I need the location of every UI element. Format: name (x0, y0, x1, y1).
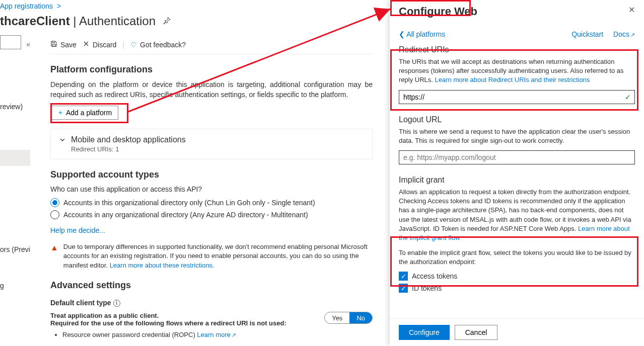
save-icon (50, 40, 57, 49)
warning-text: Due to temporary differences in supporte… (63, 243, 368, 269)
redirect-learn-more-link[interactable]: Learn more about Redirect URIs and their… (435, 76, 590, 83)
add-platform-button[interactable]: ＋ Add a platform (50, 106, 118, 120)
panel-title: Configure Web (399, 5, 477, 18)
discard-button[interactable]: Discard (83, 40, 116, 49)
left-search-input[interactable] (0, 35, 21, 49)
logout-url-desc: This is where we send a request to have … (399, 127, 635, 145)
treat-public-client-label: Treat application as a public client. (50, 312, 287, 319)
radio-icon (50, 210, 59, 219)
toggle-no: No (349, 312, 372, 323)
back-all-platforms[interactable]: ❮ All platforms (399, 30, 445, 38)
redirect-uri-input[interactable] (399, 90, 635, 104)
logout-url-heading: Logout URL (399, 115, 635, 124)
add-platform-label: Add a platform (66, 109, 112, 117)
checkbox-label: Access tokens (412, 272, 457, 280)
external-link-icon: ↗ (630, 32, 635, 38)
save-button[interactable]: Save (50, 40, 77, 49)
warning-box: ▲ Due to temporary differences in suppor… (50, 242, 373, 270)
nav-item[interactable]: g (0, 278, 30, 294)
feedback-button[interactable]: ♡ Got feedback? (130, 41, 186, 49)
cancel-button[interactable]: Cancel (455, 325, 498, 340)
heart-icon: ♡ (130, 41, 137, 49)
implicit-enable-text: To enable the implicit grant flow, selec… (399, 248, 635, 267)
platform-expander[interactable]: Mobile and desktop applications Redirect… (50, 129, 373, 159)
default-client-type-label: Default client typei (50, 299, 373, 307)
id-tokens-checkbox[interactable]: ✓ ID tokens (399, 284, 635, 293)
implicit-grant-heading: Implicit grant (399, 176, 635, 185)
page-subtitle: Authentication (79, 14, 156, 28)
checkbox-label: ID tokens (412, 284, 442, 292)
account-option-multitenant[interactable]: Accounts in any organizational directory… (50, 210, 373, 219)
public-client-toggle[interactable]: Yes No (324, 312, 373, 324)
platform-config-desc: Depending on the platform or device this… (50, 80, 373, 100)
save-label: Save (60, 41, 77, 49)
info-icon[interactable]: i (113, 300, 120, 307)
toggle-yes: Yes (325, 312, 349, 323)
configure-button[interactable]: Configure (399, 325, 450, 340)
account-types-question: Who can use this application or access t… (50, 185, 373, 193)
account-types-heading: Supported account types (50, 169, 373, 180)
external-link-icon: ↗ (232, 332, 236, 338)
nav-item[interactable]: review) (0, 99, 30, 115)
radio-icon (50, 198, 59, 207)
redirect-uris-heading: Redirect URIs (399, 45, 635, 54)
logout-url-input[interactable] (399, 150, 635, 164)
implicit-grant-desc: Allows an application to request a token… (399, 188, 635, 242)
nav-item-selected[interactable] (0, 150, 30, 166)
warning-icon: ▲ (50, 242, 58, 270)
required-flows-label: Required for the use of the following fl… (50, 319, 287, 327)
main-content: Save Discard | ♡ Got feedback? Platform … (50, 40, 373, 338)
flow-bullet: Resource owner password credential (ROPC… (62, 331, 373, 338)
checkmark-icon: ✓ (625, 93, 631, 101)
pin-icon[interactable] (163, 17, 171, 26)
close-icon[interactable]: ✕ (628, 5, 635, 15)
breadcrumb-separator: > (57, 2, 61, 10)
discard-label: Discard (93, 41, 116, 49)
app-name: thcareClient (0, 14, 70, 28)
configure-web-panel: Configure Web ✕ ❮ All platforms Quicksta… (390, 0, 644, 346)
quickstart-link[interactable]: Quickstart (571, 30, 603, 38)
platform-config-heading: Platform configurations (50, 64, 373, 75)
redirect-uris-desc: The URIs that we will accept as destinat… (399, 57, 635, 85)
nav-item[interactable]: ors (Preview) (0, 241, 30, 257)
docs-link[interactable]: Docs↗ (613, 30, 635, 38)
learn-more-link[interactable]: Learn more↗ (197, 331, 236, 338)
discard-icon (83, 40, 90, 49)
plus-icon: ＋ (57, 108, 64, 117)
chevron-down-icon (59, 136, 66, 145)
radio-label: Accounts in any organizational directory… (63, 211, 308, 219)
checkbox-checked-icon: ✓ (399, 284, 408, 293)
checkbox-checked-icon: ✓ (399, 272, 408, 281)
toolbar: Save Discard | ♡ Got feedback? (50, 40, 373, 54)
breadcrumb-link[interactable]: App registrations (0, 2, 53, 10)
collapse-icon[interactable]: « (26, 40, 30, 48)
warning-link[interactable]: Learn more about these restrictions. (110, 262, 214, 269)
feedback-label: Got feedback? (140, 41, 186, 49)
toolbar-separator: | (122, 41, 124, 49)
help-me-decide-link[interactable]: Help me decide... (50, 226, 105, 234)
page-title: thcareClient | Authentication (0, 14, 156, 28)
access-tokens-checkbox[interactable]: ✓ Access tokens (399, 272, 635, 281)
radio-label: Accounts in this organizational director… (63, 199, 315, 207)
advanced-settings-heading: Advanced settings (50, 280, 373, 291)
expander-title: Mobile and desktop applications (71, 135, 186, 144)
account-option-single-tenant[interactable]: Accounts in this organizational director… (50, 198, 373, 207)
expander-subtitle: Redirect URIs: 1 (71, 145, 186, 153)
left-nav: « review) ors (Preview) g (0, 35, 30, 346)
